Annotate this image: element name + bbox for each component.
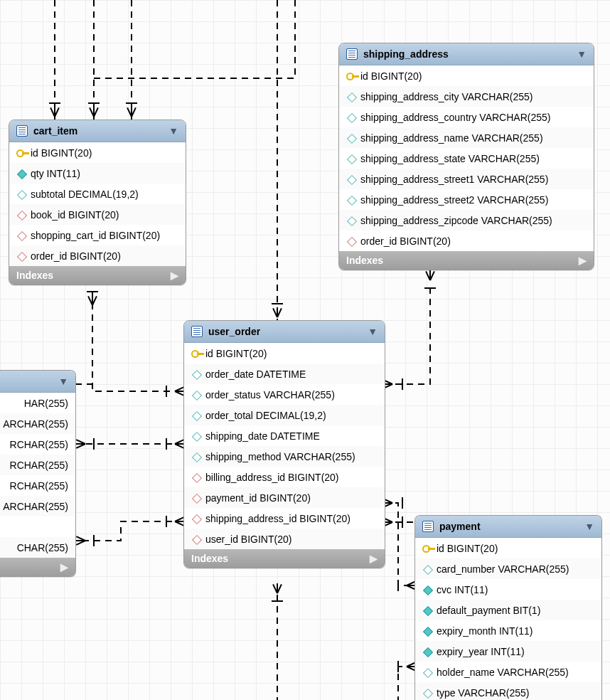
collapse-icon[interactable]: ▼ <box>168 125 178 137</box>
column-row[interactable]: type VARCHAR(255) <box>415 682 601 700</box>
column-label: RCHAR(255) <box>10 460 68 471</box>
table-header[interactable]: payment ▼ <box>415 516 601 538</box>
cardinality-one-icon <box>48 96 62 110</box>
diamond-fk-icon <box>191 534 201 544</box>
diamond-hollow-icon <box>422 667 432 677</box>
column-row[interactable]: order_date DATETIME <box>184 364 385 384</box>
column-row[interactable]: expiry_year INT(11) <box>415 641 601 662</box>
indexes-row[interactable]: Indexes ▶ <box>9 266 186 285</box>
cardinality-one-icon <box>395 496 410 510</box>
column-row[interactable]: ARCHAR(255) <box>0 496 75 516</box>
crowfoot-icon <box>270 307 284 322</box>
column-row[interactable]: id BIGINT(20) <box>415 538 601 558</box>
column-row[interactable]: shipping_address_state VARCHAR(255) <box>339 148 594 169</box>
column-label: id BIGINT(20) <box>437 543 498 554</box>
column-row[interactable]: holder_name VARCHAR(255) <box>415 662 601 682</box>
indexes-row[interactable]: Indexes ▶ <box>184 549 385 568</box>
table-user-order[interactable]: user_order ▼ id BIGINT(20)order_date DAT… <box>183 320 385 568</box>
column-row[interactable]: shipping_address_street1 VARCHAR(255) <box>339 169 594 189</box>
indexes-row[interactable]: Indexes ▶ <box>339 251 594 270</box>
erd-canvas[interactable]: cart_item ▼ id BIGINT(20)qty INT(11)subt… <box>0 0 610 700</box>
column-label: order_id BIGINT(20) <box>31 250 121 262</box>
collapse-icon[interactable]: ▼ <box>577 48 587 60</box>
indexes-row[interactable]: ▶ <box>0 558 75 576</box>
column-row[interactable]: id BIGINT(20) <box>339 65 594 86</box>
expand-icon[interactable]: ▶ <box>60 561 68 573</box>
column-row[interactable]: billing_address_id BIGINT(20) <box>184 467 385 487</box>
column-row[interactable]: id BIGINT(20) <box>9 142 186 163</box>
column-label: shopping_cart_id BIGINT(20) <box>31 230 160 241</box>
collapse-icon[interactable]: ▼ <box>584 521 594 532</box>
table-payment[interactable]: payment ▼ id BIGINT(20)card_number VARCH… <box>414 515 602 700</box>
column-label: ARCHAR(255) <box>3 501 68 512</box>
expand-icon[interactable]: ▶ <box>579 255 587 266</box>
column-row[interactable] <box>0 516 75 537</box>
diamond-hollow-icon <box>191 452 201 462</box>
crowfoot-icon <box>85 295 100 309</box>
table-header[interactable]: ▼ <box>0 371 75 393</box>
collapse-icon[interactable]: ▼ <box>58 376 68 387</box>
column-row[interactable]: ARCHAR(255) <box>0 413 75 434</box>
column-row[interactable]: subtotal DECIMAL(19,2) <box>9 184 186 204</box>
column-row[interactable]: RCHAR(255) <box>0 434 75 455</box>
cardinality-one-icon <box>391 578 405 593</box>
column-label: qty INT(11) <box>31 168 80 179</box>
column-label: id BIGINT(20) <box>31 147 92 159</box>
column-label: ARCHAR(255) <box>3 418 68 430</box>
column-row[interactable]: RCHAR(255) <box>0 455 75 475</box>
diamond-filled-icon <box>422 626 432 636</box>
column-label: type VARCHAR(255) <box>437 687 529 699</box>
table-title: user_order <box>208 326 362 337</box>
diamond-filled-icon <box>422 605 432 615</box>
column-row[interactable]: shipping_address_name VARCHAR(255) <box>339 127 594 148</box>
diamond-hollow-icon <box>346 195 356 205</box>
cardinality-one-icon <box>270 594 284 608</box>
column-row[interactable]: HAR(255) <box>0 393 75 413</box>
column-row[interactable]: default_payment BIT(1) <box>415 600 601 620</box>
crowfoot-icon <box>270 583 284 598</box>
column-row[interactable]: card_number VARCHAR(255) <box>415 558 601 579</box>
column-row[interactable]: order_id BIGINT(20) <box>9 245 186 266</box>
column-label: order_total DECIMAL(19,2) <box>205 410 326 421</box>
expand-icon[interactable]: ▶ <box>171 270 178 281</box>
cardinality-one-icon <box>87 437 101 451</box>
table-header[interactable]: user_order ▼ <box>184 321 385 343</box>
column-row[interactable]: shipping_address_id BIGINT(20) <box>184 508 385 529</box>
column-row[interactable]: book_id BIGINT(20) <box>9 204 186 225</box>
table-shipping-address[interactable]: shipping_address ▼ id BIGINT(20)shipping… <box>338 43 594 270</box>
column-row[interactable]: shipping_address_street2 VARCHAR(255) <box>339 189 594 210</box>
column-label: id BIGINT(20) <box>360 70 422 82</box>
column-row[interactable]: shipping_date DATETIME <box>184 425 385 446</box>
column-row[interactable]: order_id BIGINT(20) <box>339 230 594 251</box>
column-row[interactable]: user_id BIGINT(20) <box>184 529 385 549</box>
cardinality-one-icon <box>395 515 410 529</box>
crowfoot-icon <box>171 514 185 529</box>
table-cart-item[interactable]: cart_item ▼ id BIGINT(20)qty INT(11)subt… <box>9 120 186 285</box>
column-row[interactable]: qty INT(11) <box>9 163 186 184</box>
column-row[interactable]: CHAR(255) <box>0 537 75 558</box>
column-row[interactable]: shipping_method VARCHAR(255) <box>184 446 385 467</box>
column-row[interactable]: shipping_address_country VARCHAR(255) <box>339 107 594 127</box>
column-label: shipping_address_name VARCHAR(255) <box>360 132 543 144</box>
column-label: HAR(255) <box>24 398 68 409</box>
column-row[interactable]: shopping_cart_id BIGINT(20) <box>9 225 186 245</box>
diamond-filled-icon <box>422 585 432 595</box>
column-row[interactable]: RCHAR(255) <box>0 475 75 496</box>
column-row[interactable]: order_total DECIMAL(19,2) <box>184 405 385 425</box>
column-row[interactable]: shipping_address_city VARCHAR(255) <box>339 86 594 107</box>
collapse-icon[interactable]: ▼ <box>368 326 378 337</box>
column-row[interactable]: payment_id BIGINT(20) <box>184 487 385 508</box>
table-partial-left[interactable]: ▼ HAR(255)ARCHAR(255)RCHAR(255)RCHAR(255… <box>0 370 76 577</box>
column-label: card_number VARCHAR(255) <box>437 563 569 575</box>
column-row[interactable]: expiry_month INT(11) <box>415 620 601 641</box>
column-row[interactable]: cvc INT(11) <box>415 579 601 600</box>
column-row[interactable]: order_status VARCHAR(255) <box>184 384 385 405</box>
table-header[interactable]: cart_item ▼ <box>9 120 186 142</box>
cardinality-one-icon <box>423 281 437 295</box>
column-row[interactable]: shipping_address_zipcode VARCHAR(255) <box>339 210 594 230</box>
expand-icon[interactable]: ▶ <box>370 553 378 564</box>
table-title: cart_item <box>33 125 163 137</box>
diamond-fk-icon <box>16 210 26 220</box>
table-header[interactable]: shipping_address ▼ <box>339 43 594 65</box>
column-row[interactable]: id BIGINT(20) <box>184 343 385 364</box>
